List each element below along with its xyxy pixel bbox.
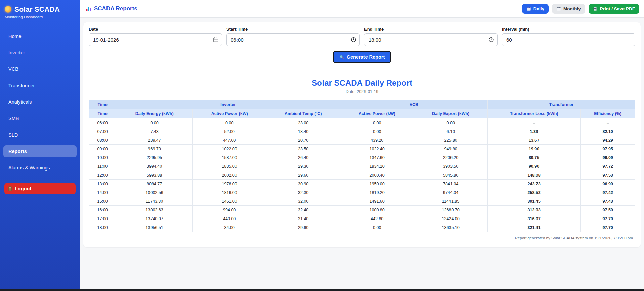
table-cell: 258.52 [487,188,580,197]
table-body: 06:000.000.0023.000.000.00––07:007.4352.… [89,118,635,232]
table-cell: 31.40 [266,214,340,223]
sidebar-nav: HomeInverterVCBTransformerAnalyticalsSMB… [0,30,80,178]
sidebar-item-vcb[interactable]: VCB [3,63,77,75]
print-save-pdf-button[interactable]: Print / Save PDF [589,4,639,14]
table-row: 16:0013002.63994.0032.401000.8012689.703… [89,206,635,214]
end-time-input[interactable] [364,33,498,46]
table-cell: 09:00 [89,145,116,153]
table-cell: – [487,118,580,127]
table-cell: 2002.00 [192,171,266,180]
column-header: Active Power (kW) [340,109,414,118]
clock-icon[interactable] [351,37,356,43]
table-cell: 96.09 [581,153,635,162]
table-cell: 440.00 [192,214,266,223]
date-input[interactable] [89,33,222,46]
table-cell: 1347.60 [340,153,414,162]
table-row: 13:008084.771976.0030.901950.007841.0424… [89,180,635,188]
table-cell: 13635.10 [414,223,488,232]
column-header: Time [89,109,116,118]
table-cell: 97.70 [581,214,635,223]
end-time-field-group: End Time [364,27,498,46]
table-cell: 12:00 [89,171,116,180]
page-title: SCADA Reports [86,5,137,12]
table-cell: 23.00 [266,118,340,127]
printer-icon [593,6,598,11]
table-cell: – [581,118,635,127]
section-divider [83,70,641,70]
daily-button[interactable]: Daily [522,4,549,14]
table-cell: 8084.77 [116,180,193,188]
table-row: 12:005993.882002.0029.602000.405845.8014… [89,171,635,180]
filter-bar: Date Start Time [89,27,635,46]
table-cell: 26.40 [266,153,340,162]
table-cell: 301.45 [487,197,580,206]
table-cell: 13002.63 [116,206,193,214]
column-header: Active Power (kW) [192,109,266,118]
table-cell: 08:00 [89,136,116,145]
table-cell: 18.40 [266,127,340,136]
sidebar-item-inverter[interactable]: Inverter [3,47,77,59]
sidebar-item-sld[interactable]: SLD [3,129,77,141]
table-row: 08:00239.47447.0020.70439.20225.8013.679… [89,136,635,145]
table-cell: 29.90 [266,223,340,232]
group-header: VCB [340,100,487,109]
sidebar-item-transformer[interactable]: Transformer [3,80,77,92]
interval-input[interactable] [502,33,635,46]
table-cell: 94.29 [581,136,635,145]
page-title-text: SCADA Reports [94,5,137,12]
table-cell: 20.70 [266,136,340,145]
sidebar-item-home[interactable]: Home [3,30,77,42]
table-cell: 10:00 [89,153,116,162]
date-field-group: Date [89,27,222,46]
group-header: Transformer [487,100,635,109]
content-area: Date Start Time [80,18,644,291]
table-cell: 82.10 [581,127,635,136]
report-date: Date: 2026-01-19 [89,89,635,94]
table-cell: 1834.20 [340,162,414,171]
table-cell: 15:00 [89,197,116,206]
table-cell: 1587.00 [192,153,266,162]
table-cell: 0.00 [340,118,414,127]
start-time-input[interactable] [226,33,360,46]
table-cell: 97.72 [581,162,635,171]
table-row: 18:0013956.5134.0029.900.0013635.10321.4… [89,223,635,232]
table-cell: 0.00 [192,118,266,127]
column-header: Daily Energy (kWh) [116,109,193,118]
table-cell: 1022.00 [192,145,266,153]
table-cell: 97.53 [581,171,635,180]
table-cell: 2206.20 [414,153,488,162]
print-save-pdf-label: Print / Save PDF [600,6,635,11]
table-cell: 5845.80 [414,171,488,180]
logout-button[interactable]: Logout [4,183,76,194]
table-cell: 969.70 [116,145,193,153]
report-footer: Report generated by Solar SCADA system o… [89,236,635,240]
interval-label: Interval (min) [502,27,635,32]
clock-icon[interactable] [488,37,494,43]
app-subtitle: Monitoring Dashboard [5,15,75,19]
table-cell: 97.70 [581,223,635,232]
column-header: Efficiency (%) [581,109,635,118]
table-row: 07:007.4352.0018.400.006.101.3382.10 [89,127,635,136]
sidebar-item-alarms-warnings[interactable]: Alarms & Warnings [3,162,77,174]
calendar-picker-icon[interactable] [213,37,219,43]
table-cell: 10002.56 [116,188,193,197]
table-cell: 442.80 [340,214,414,223]
sidebar-item-smb[interactable]: SMB [3,112,77,125]
table-cell: 89.75 [487,153,580,162]
app-title: Solar SCADA [14,5,60,13]
column-header: Transformer Loss (kWh) [487,109,580,118]
sidebar-item-reports[interactable]: Reports [3,145,77,157]
generate-report-button[interactable]: Generate Report [333,51,391,63]
sidebar-item-analyticals[interactable]: Analyticals [3,96,77,108]
app-window: Solar SCADA Monitoring Dashboard HomeInv… [0,0,644,291]
monthly-button[interactable]: Monthly [552,4,585,14]
table-row: 15:0011743.301461.0032.001491.6011441.85… [89,197,635,206]
calendar-icon [526,6,531,11]
table-row: 10:002295.951587.0026.401347.602206.2089… [89,153,635,162]
table-cell: 11441.85 [414,197,488,206]
table-cell: 97.59 [581,206,635,214]
table-cell: 32.00 [266,197,340,206]
table-cell: 11743.30 [116,197,193,206]
table-cell: 3903.50 [414,162,488,171]
table-cell: 994.00 [192,206,266,214]
